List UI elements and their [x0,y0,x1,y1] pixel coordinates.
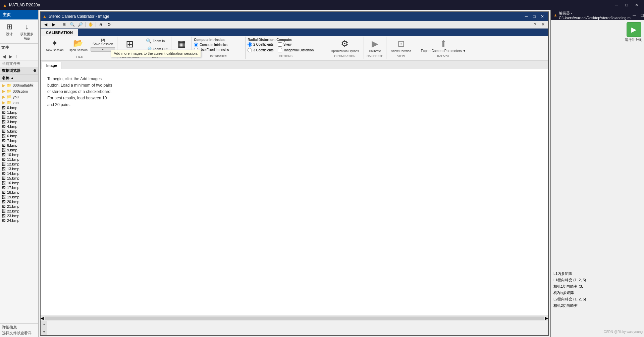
compute-intrinsics-label[interactable]: Compute Intrinsics [200,43,227,47]
file-13bmp[interactable]: 🖼 13.bmp [0,166,38,171]
chinese-item-2[interactable]: 相机1切向畸变 (3, [552,283,641,290]
scroll-right-btn[interactable]: ▶ [545,316,548,321]
scroll-down-btn[interactable]: ▼ [41,329,47,335]
matlab-minimize-btn[interactable]: ─ [612,2,621,8]
file-17bmp[interactable]: 🖼 17.bmp [0,185,38,190]
folder-000matlab[interactable]: ▶ 📁 000matlab标 [0,83,38,88]
file-7bmp[interactable]: 🖼 7.bmp [0,138,38,143]
chinese-item-0[interactable]: L1内参矩阵 [552,271,641,277]
ts-settings[interactable]: ⚙ [105,21,113,28]
file-3bmp[interactable]: 🖼 3.bmp [0,119,38,124]
ts-zoom-out[interactable]: 🔎 [76,21,84,28]
matlab-close-btn[interactable]: ✕ [632,2,641,8]
ts-nav-back[interactable]: ◀ [42,21,49,28]
file-icon-23: 🖼 [2,214,6,218]
file-20bmp[interactable]: 🖼 20.bmp [0,199,38,204]
3coeff-label[interactable]: 3 Coefficients [253,48,273,52]
new-session-btn[interactable]: ✦ New Session [44,37,66,53]
calibrator-maximize-btn[interactable]: □ [531,13,538,19]
ts-pan[interactable]: ✋ [87,21,94,28]
ts-print[interactable]: 🖨 [97,21,105,28]
get-apps-btn[interactable]: ↓ 获取更多 App [19,21,35,42]
ts-close[interactable]: ✕ [539,21,547,28]
run-button[interactable]: ▶ [627,22,641,37]
file-23bmp[interactable]: 🖼 23.bmp [0,213,38,218]
file-0bmp[interactable]: 🖼 0.bmp [0,105,38,110]
file-14bmp[interactable]: 🖼 14.bmp [0,171,38,176]
skew-label[interactable]: Skew [283,43,291,46]
ts-add[interactable]: ⊞ [60,21,68,28]
tangential-checkbox[interactable] [278,48,282,52]
file-16bmp[interactable]: 🖼 16.bmp [0,181,38,185]
export-group: ⬆ Export Camera Parameters ▼ EXPORT [416,37,471,59]
opt-options-btn[interactable]: ⚙ Optimization Options [329,37,361,54]
zoom-in-btn[interactable]: 🔍 Zoom In [144,37,169,45]
file-5bmp[interactable]: 🖼 5.bmp [0,129,38,134]
file-icon-6: 🖼 [2,134,6,138]
radial-title: Radial Distortion: Compute: [248,38,324,42]
ts-nav-forward[interactable]: ▶ [50,21,57,28]
calibrator-close-btn[interactable]: ✕ [539,13,546,19]
folder-zuo[interactable]: ▶ 📁 zuo [0,100,38,105]
3coeff-radio[interactable] [248,48,252,52]
show-rectified-icon: ⊡ [397,39,405,49]
editor-maximize-btn[interactable]: □ [639,12,644,18]
matlab-ribbon-tab[interactable]: 主页 [0,10,38,19]
file-group-label: FILE [44,55,115,58]
chinese-item-5[interactable]: 相机2切向畸变 [552,302,641,309]
calibrate-btn[interactable]: ▶ Calibrate [367,37,383,54]
save-session-btn[interactable]: 💾 Save Session [91,37,115,47]
export-params-btn[interactable]: ⬆ Export Camera Parameters ▼ [419,37,468,54]
matlab-sidebar: 主页 ⊞ 设计 ↓ 获取更多 App 文件 ◀ ▶ ↑ [0,10,39,337]
file-15bmp[interactable]: 🖼 15.bmp [0,176,38,181]
folder-you[interactable]: ▶ 📁 you [0,94,38,100]
file-2bmp[interactable]: 🖼 2.bmp [0,115,38,119]
file-8bmp[interactable]: 🖼 8.bmp [0,143,38,148]
file-icon-14: 🖼 [2,172,6,176]
chinese-item-1[interactable]: L1径向畸变 (1, 2, 5) [552,277,641,283]
open-session-btn[interactable]: 📂 Open Session [67,37,90,53]
file-21bmp[interactable]: 🖼 21.bmp [0,204,38,209]
nav-back-btn[interactable]: ◀ [1,53,7,59]
nav-up-btn[interactable]: ↑ [14,53,18,59]
compute-intrinsics-radio[interactable] [194,43,198,47]
file-icon-15: 🖼 [2,176,6,180]
calibrator-title-bar: ▲ Stereo Camera Calibrator - Image ─ □ ✕ [41,12,548,21]
file-22bmp[interactable]: 🖼 22.bmp [0,209,38,213]
design-btn[interactable]: ⊞ 设计 [1,21,17,42]
file-18bmp[interactable]: 🖼 18.bmp [0,190,38,195]
bottom-scroll-bar[interactable]: ◀ ▶ [41,315,548,321]
file-6bmp[interactable]: 🖼 6.bmp [0,134,38,138]
file-12bmp[interactable]: 🖼 12.bmp [0,162,38,166]
file-1bmp[interactable]: 🖼 1.bmp [0,110,38,115]
scroll-up-btn[interactable]: ▲ [41,321,47,327]
use-fixed-intrinsics-label[interactable]: Use Fixed Intrinsics [200,48,229,52]
chinese-item-3[interactable]: 机2内参矩阵 [552,290,641,296]
image-tab[interactable]: Image [42,62,61,69]
folder-000sgbm[interactable]: ▶ 📁 000sgbm [0,88,38,94]
tangential-label[interactable]: Tangential Distortion [283,48,314,52]
file-19bmp[interactable]: 🖼 19.bmp [0,195,38,199]
file-browser[interactable]: 数据浏览器 ⊕ 名称 ▲ ▶ 📁 000matlab标 ▶ 📁 000sg [0,67,38,323]
file-11bmp[interactable]: 🖼 11.bmp [0,157,38,162]
calibrator-minimize-btn[interactable]: ─ [523,13,530,19]
skew-checkbox[interactable] [278,42,282,47]
view-group-label: VIEW [397,54,405,58]
ts-zoom-in[interactable]: 🔍 [68,21,76,28]
scroll-left-btn[interactable]: ◀ [41,316,44,321]
ts-help[interactable]: ? [531,21,539,28]
2coeff-label[interactable]: 2 Coefficients [253,43,273,46]
nav-forward-btn[interactable]: ▶ [8,53,13,59]
show-rectified-btn[interactable]: ⊡ Show Rectified [389,37,413,54]
right-scrollbar[interactable]: ▲ ▼ [41,321,47,335]
editor-minimize-btn[interactable]: ─ [631,12,638,18]
chinese-item-4[interactable]: L2径向畸变 (1, 2, 5) [552,296,641,302]
file-10bmp[interactable]: 🖼 10.bmp [0,152,38,157]
file-24bmp[interactable]: 🖼 24.bmp [0,218,38,223]
2coeff-radio[interactable] [248,42,252,47]
file-4bmp[interactable]: 🖼 4.bmp [0,124,38,129]
tab-calibration[interactable]: CALIBRATION [41,29,78,36]
horizontal-scrollbar[interactable] [45,317,544,320]
file-9bmp[interactable]: 🖼 9.bmp [0,148,38,152]
matlab-maximize-btn[interactable]: □ [622,2,631,8]
